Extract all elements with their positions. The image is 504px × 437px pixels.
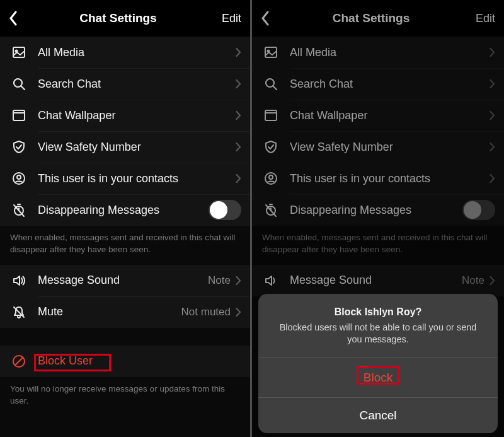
row-label: Block User [38, 354, 241, 368]
row-search-chat[interactable]: Search Chat [0, 68, 250, 100]
cancel-button[interactable]: Cancel [258, 397, 498, 433]
row-label: Mute [38, 305, 181, 318]
svg-line-3 [21, 86, 25, 90]
row-block-user[interactable]: Block User [0, 346, 250, 377]
disappearing-toggle[interactable] [209, 200, 241, 220]
block-icon [10, 354, 28, 369]
row-label: Search Chat [38, 78, 236, 91]
svg-point-7 [17, 175, 21, 179]
row-mute[interactable]: Mute Not muted [0, 296, 250, 328]
disappearing-footer: When enabled, messages sent and received… [0, 226, 250, 265]
chevron-right-icon [236, 79, 241, 89]
header: Chat Settings Edit [0, 0, 250, 37]
row-chat-wallpaper[interactable]: Chat Wallpaper [0, 100, 250, 131]
shield-icon [10, 139, 28, 154]
row-all-media[interactable]: All Media [0, 37, 250, 68]
block-confirm-button[interactable]: Block [258, 358, 498, 397]
mute-icon [10, 305, 28, 320]
row-label: Message Sound [38, 274, 208, 287]
sheet-message: Blocked users will not be able to call y… [277, 322, 479, 346]
block-action-sheet: Block Ishlyn Roy? Blocked users will not… [258, 294, 498, 433]
sheet-title: Block Ishlyn Roy? [277, 306, 479, 318]
timer-off-icon [10, 202, 28, 218]
back-button[interactable] [9, 11, 18, 26]
page-title: Chat Settings [18, 11, 219, 25]
screenshot-right: Chat Settings Edit All Media Search Chat… [252, 0, 504, 437]
sound-icon [10, 273, 28, 288]
row-label: All Media [38, 46, 236, 59]
svg-rect-4 [13, 110, 25, 120]
row-contacts[interactable]: This user is in your contacts [0, 163, 250, 194]
block-label: Block [360, 369, 396, 387]
row-label: Chat Wallpaper [38, 109, 236, 122]
wallpaper-icon [10, 108, 28, 123]
chevron-right-icon [236, 307, 241, 317]
screenshot-left: Chat Settings Edit All Media Search Chat [0, 0, 252, 437]
chevron-right-icon [236, 47, 241, 57]
chevron-right-icon [236, 276, 241, 286]
row-value: Not muted [181, 306, 231, 318]
row-label: View Safety Number [38, 141, 236, 154]
row-label: This user is in your contacts [38, 172, 236, 185]
chevron-right-icon [236, 110, 241, 120]
svg-point-2 [14, 79, 22, 87]
row-disappearing[interactable]: Disappearing Messages [0, 194, 250, 226]
row-message-sound[interactable]: Message Sound Note [0, 265, 250, 296]
row-value: Note [208, 274, 231, 287]
search-icon [10, 76, 28, 91]
settings-section-3: Block User [0, 346, 250, 377]
svg-line-14 [15, 358, 23, 365]
row-label: Disappearing Messages [38, 204, 209, 217]
chevron-right-icon [236, 142, 241, 152]
settings-section-1: All Media Search Chat Chat Wallpaper [0, 37, 250, 226]
row-view-safety[interactable]: View Safety Number [0, 131, 250, 163]
media-icon [10, 45, 28, 60]
chevron-right-icon [236, 173, 241, 184]
block-footer: You will no longer receive messages or u… [0, 377, 250, 416]
sheet-header: Block Ishlyn Roy? Blocked users will not… [258, 294, 498, 358]
contact-icon [10, 171, 28, 186]
settings-section-2: Message Sound Note Mute Not muted [0, 265, 250, 328]
edit-button[interactable]: Edit [219, 12, 241, 25]
